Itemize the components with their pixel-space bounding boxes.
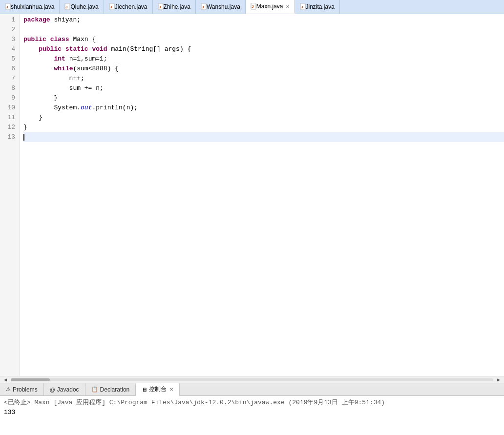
warning-icon: ⚠: [6, 386, 11, 393]
svg-text:J: J: [65, 5, 67, 9]
code-line-12[interactable]: }: [23, 123, 504, 132]
token: main(String[] args) {: [107, 44, 191, 54]
declaration-icon: 📋: [91, 386, 98, 393]
scroll-right-arrow[interactable]: ▶: [495, 377, 502, 383]
token: void: [92, 44, 107, 54]
token: Maxn {: [69, 35, 96, 44]
tab-jiechen[interactable]: JJiechen.java: [104, 0, 153, 14]
code-line-13[interactable]: [23, 132, 504, 142]
token: [46, 35, 50, 44]
scroll-track[interactable]: [11, 378, 493, 381]
line-number-10: 10: [4, 103, 15, 113]
svg-text:J: J: [6, 5, 8, 9]
horizontal-scrollbar[interactable]: ◀ ▶: [0, 376, 504, 383]
bottom-panel: ⚠Problems@Javadoc📋Declaration🖥控制台✕ <已终止>…: [0, 383, 504, 435]
line-number-9: 9: [4, 93, 15, 103]
bottom-tab-label-javadoc: Javadoc: [57, 386, 79, 393]
tab-zhihe[interactable]: JZhihe.java: [153, 0, 196, 14]
line-number-3: 3: [4, 35, 15, 44]
line-number-13: 13: [4, 132, 15, 142]
svg-text:J: J: [159, 5, 161, 9]
tab-wanshu[interactable]: JWanshu.java: [196, 0, 246, 14]
bottom-tab-label-declaration: Declaration: [100, 386, 130, 393]
token: static: [65, 44, 88, 54]
token: [88, 44, 92, 54]
token: public: [23, 35, 46, 44]
token: sum += n;: [23, 83, 104, 93]
token: [23, 54, 54, 64]
code-line-11[interactable]: }: [23, 113, 504, 123]
scroll-left-arrow[interactable]: ◀: [2, 377, 9, 383]
line-number-12: 12: [4, 123, 15, 132]
code-line-2[interactable]: [23, 25, 504, 35]
tab-qiuhe[interactable]: JQiuhe.java: [60, 0, 104, 14]
svg-text:J: J: [110, 5, 112, 9]
bottom-tab-declaration[interactable]: 📋Declaration: [85, 383, 136, 396]
bottom-tab-label-problems: Problems: [13, 386, 38, 393]
line-number-6: 6: [4, 64, 15, 74]
code-line-5[interactable]: int n=1,sum=1;: [23, 54, 504, 64]
code-line-8[interactable]: sum += n;: [23, 83, 504, 93]
code-line-7[interactable]: n++;: [23, 74, 504, 83]
token: .println(n);: [92, 103, 138, 113]
token: [62, 44, 65, 54]
token: package: [23, 15, 50, 25]
token: System.: [23, 103, 81, 113]
line-number-8: 8: [4, 83, 15, 93]
token: class: [50, 35, 69, 44]
token: int: [54, 54, 65, 64]
bottom-tab-console[interactable]: 🖥控制台✕: [136, 383, 180, 396]
token: }: [23, 93, 58, 103]
line-number-1: 1: [4, 15, 15, 25]
code-line-10[interactable]: System.out.println(n);: [23, 103, 504, 113]
tab-jinzita[interactable]: JJinzita.java: [295, 0, 340, 14]
bottom-tab-label-console: 控制台: [149, 385, 167, 394]
svg-text:J: J: [202, 5, 204, 9]
code-line-1[interactable]: package shiyan;: [23, 15, 504, 25]
token: n=1,sum=1;: [65, 54, 107, 64]
console-output-line: 133: [4, 408, 500, 417]
tab-label-jiechen: Jiechen.java: [115, 3, 147, 10]
line-number-7: 7: [4, 74, 15, 83]
console-icon: 🖥: [142, 387, 147, 393]
line-number-4: 4: [4, 44, 15, 54]
code-line-6[interactable]: while(sum<8888) {: [23, 64, 504, 74]
token: shiyan;: [50, 15, 81, 25]
code-content[interactable]: package shiyan;public class Maxn { publi…: [20, 14, 504, 376]
tab-shuixianhua[interactable]: Jshuixianhua.java: [0, 0, 60, 14]
svg-text:J: J: [301, 5, 303, 9]
token: (sum<8888) {: [73, 64, 119, 74]
token: }: [23, 123, 27, 132]
bottom-tab-problems[interactable]: ⚠Problems: [0, 383, 44, 396]
console-terminated-line: <已终止> Maxn [Java 应用程序] C:\Program Files\…: [4, 398, 500, 408]
token: public: [39, 44, 62, 54]
line-number-11: 11: [4, 113, 15, 123]
line-number-2: 2: [4, 25, 15, 35]
bottom-tab-close-console[interactable]: ✕: [169, 387, 173, 392]
token: [23, 44, 39, 54]
scroll-thumb[interactable]: [11, 378, 50, 381]
token: n++;: [23, 74, 84, 83]
bottom-tab-javadoc[interactable]: @Javadoc: [44, 383, 85, 396]
tab-label-wanshu: Wanshu.java: [207, 3, 240, 10]
tab-label-maxn: Maxn.java: [256, 3, 283, 10]
code-line-4[interactable]: public static void main(String[] args) {: [23, 44, 504, 54]
console-area[interactable]: <已终止> Maxn [Java 应用程序] C:\Program Files\…: [0, 396, 504, 435]
code-line-9[interactable]: }: [23, 93, 504, 103]
tab-label-shuixianhua: shuixianhua.java: [11, 3, 54, 10]
bottom-tab-bar: ⚠Problems@Javadoc📋Declaration🖥控制台✕: [0, 383, 504, 396]
token: while: [54, 64, 73, 74]
tab-close-maxn[interactable]: ✕: [286, 4, 290, 9]
tab-bar: Jshuixianhua.java JQiuhe.java JJiechen.j…: [0, 0, 504, 14]
text-cursor: [23, 134, 24, 141]
javadoc-icon: @: [50, 387, 55, 393]
tab-label-zhihe: Zhihe.java: [164, 3, 190, 10]
code-line-3[interactable]: public class Maxn {: [23, 35, 504, 44]
line-numbers: 12345678910111213: [0, 14, 20, 376]
token: [23, 64, 54, 74]
token: }: [23, 113, 42, 123]
tab-label-qiuhe: Qiuhe.java: [70, 3, 98, 10]
line-number-5: 5: [4, 54, 15, 64]
tab-maxn[interactable]: JMaxn.java✕: [246, 0, 295, 14]
editor-area: 12345678910111213 package shiyan;public …: [0, 14, 504, 376]
